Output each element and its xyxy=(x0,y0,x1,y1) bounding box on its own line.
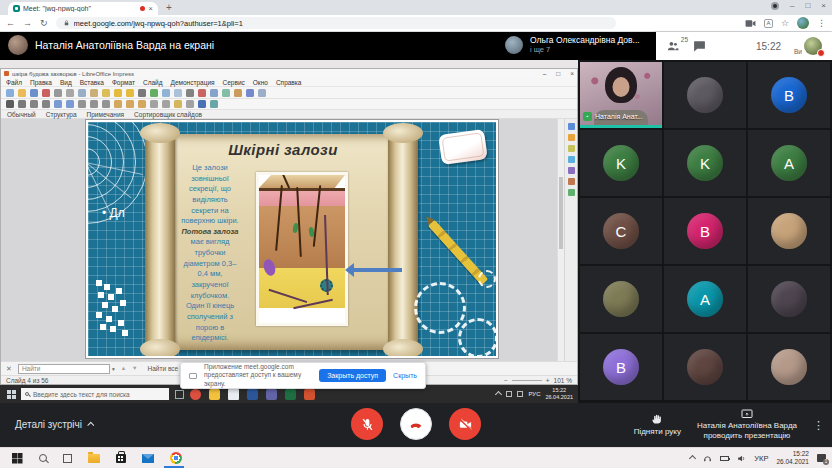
mail-icon[interactable] xyxy=(142,454,154,463)
taskbar-teams-icon[interactable] xyxy=(266,389,277,400)
taskbar-notepad-icon[interactable] xyxy=(228,389,239,400)
participant-tile[interactable]: B xyxy=(664,198,746,264)
taskbar-search-box[interactable] xyxy=(21,388,169,400)
taskbar-chrome-icon[interactable] xyxy=(190,389,201,400)
sidebar-transition-icon[interactable] xyxy=(568,134,575,141)
meeting-details-button[interactable]: Деталі зустрічі xyxy=(15,419,94,430)
window-maximize-button[interactable]: □ xyxy=(805,2,810,10)
taskbar-search-icon[interactable] xyxy=(39,454,47,462)
cut-icon[interactable] xyxy=(66,89,74,97)
volume-icon[interactable] xyxy=(737,454,746,463)
tab-camera-icon[interactable] xyxy=(745,19,756,28)
menu-window[interactable]: Окно xyxy=(253,79,268,86)
mic-mute-button[interactable] xyxy=(351,408,383,440)
raise-hand-button[interactable]: Підняти руку xyxy=(634,413,681,437)
taskbar-powerpoint-icon[interactable] xyxy=(304,389,315,400)
hide-popup-button[interactable]: Скрыть xyxy=(393,372,417,379)
lo-minimize-button[interactable]: – xyxy=(543,69,547,78)
taskbar-clock[interactable]: 15:22 26.04.2021 xyxy=(776,450,809,467)
libreoffice-title-bar[interactable]: шкіра будова захворюв - LibreOffice Impr… xyxy=(1,69,577,78)
view-tab-sorter[interactable]: Сортировщик слайдов xyxy=(134,111,202,118)
view-tab-notes[interactable]: Примечания xyxy=(87,111,125,118)
insert-chart-icon[interactable] xyxy=(234,89,242,97)
participant-tile[interactable]: A xyxy=(664,266,746,332)
new-tab-button[interactable]: + xyxy=(166,3,172,13)
menu-file[interactable]: Файл xyxy=(6,79,22,86)
zoom-slider[interactable] xyxy=(512,380,542,381)
insert-image-icon[interactable] xyxy=(222,89,230,97)
keyboard-language[interactable]: УКР xyxy=(754,454,768,463)
fill-color-icon[interactable] xyxy=(198,100,206,108)
file-explorer-icon[interactable] xyxy=(88,454,100,463)
print-icon[interactable] xyxy=(54,89,62,97)
sidebar-master-icon[interactable] xyxy=(568,156,575,163)
insert-table-icon[interactable] xyxy=(210,89,218,97)
menu-slide[interactable]: Слайд xyxy=(143,79,163,86)
flowchart-icon[interactable] xyxy=(150,100,158,108)
notification-center-icon[interactable]: 1 xyxy=(817,454,826,462)
open-icon[interactable] xyxy=(18,89,26,97)
zoom-out-icon[interactable]: − xyxy=(504,377,508,384)
others-banner[interactable]: Ольга Олександрівна Дов... і ще 7 xyxy=(505,35,640,54)
chat-icon[interactable] xyxy=(693,40,706,52)
participant-tile[interactable] xyxy=(748,198,830,264)
window-close-button[interactable]: × xyxy=(821,2,826,10)
task-view-icon[interactable] xyxy=(63,454,72,463)
menu-slideshow[interactable]: Демонстрация xyxy=(171,79,215,86)
find-replace-icon[interactable] xyxy=(138,89,146,97)
arrow-line-icon[interactable] xyxy=(78,100,86,108)
lines-arrows-icon[interactable] xyxy=(42,100,50,108)
redo-icon[interactable] xyxy=(126,89,134,97)
stop-sharing-button[interactable]: Закрыть доступ xyxy=(319,369,386,382)
participant-tile[interactable] xyxy=(580,266,662,332)
menu-tools[interactable]: Сервис xyxy=(223,79,245,86)
headset-icon[interactable] xyxy=(703,454,712,463)
snap-guides-icon[interactable] xyxy=(174,89,182,97)
tray-icon[interactable] xyxy=(506,391,512,397)
task-view-icon[interactable] xyxy=(175,390,184,399)
menu-help[interactable]: Справка xyxy=(276,79,302,86)
browser-profile-avatar[interactable] xyxy=(797,17,809,29)
lo-close-button[interactable]: × xyxy=(570,69,574,78)
view-tab-normal[interactable]: Обычный xyxy=(7,111,36,118)
battery-icon[interactable] xyxy=(720,456,729,461)
menu-view[interactable]: Вид xyxy=(60,79,72,86)
basic-shapes-icon[interactable] xyxy=(114,100,122,108)
paste-icon[interactable] xyxy=(90,89,98,97)
new-icon[interactable] xyxy=(6,89,14,97)
presenter-video-tile[interactable]: Наталія Анат... xyxy=(580,62,662,128)
sidebar-properties-icon[interactable] xyxy=(568,123,575,130)
sidebar-animation-icon[interactable] xyxy=(568,145,575,152)
self-view[interactable]: Ви xyxy=(794,37,822,55)
presenter-banner[interactable]: Наталія Анатоліївна Варда на екрані xyxy=(8,35,214,55)
find-previous-icon[interactable]: ▲ xyxy=(121,366,126,372)
microsoft-store-icon[interactable] xyxy=(116,454,126,463)
browser-menu-icon[interactable]: ⋮ xyxy=(817,19,826,28)
tray-expand-icon[interactable] xyxy=(495,390,502,397)
find-dropdown-icon[interactable]: ▾ xyxy=(112,366,115,372)
back-icon[interactable]: ← xyxy=(6,19,15,28)
start-button-icon[interactable] xyxy=(12,453,17,458)
slide-layout-icon[interactable] xyxy=(258,89,266,97)
find-close-icon[interactable]: ✕ xyxy=(6,365,12,372)
rectangle-icon[interactable] xyxy=(54,100,62,108)
participant-tile[interactable]: A xyxy=(748,130,830,196)
menu-format[interactable]: Формат xyxy=(112,79,135,86)
block-arrows-icon[interactable] xyxy=(138,100,146,108)
participant-tile[interactable]: B xyxy=(580,334,662,400)
more-options-icon[interactable]: ⋮ xyxy=(813,419,824,432)
participant-tile[interactable]: C xyxy=(580,198,662,264)
participant-tile[interactable] xyxy=(664,334,746,400)
tray-icon[interactable] xyxy=(517,391,523,397)
find-all-button[interactable]: Найти все xyxy=(148,365,179,372)
taskbar-excel-icon[interactable] xyxy=(285,389,296,400)
translate-icon[interactable]: A xyxy=(764,19,773,28)
taskbar-explorer-icon[interactable] xyxy=(209,389,220,400)
window-minimize-button[interactable]: – xyxy=(790,2,794,10)
participant-tile[interactable] xyxy=(664,62,746,128)
tab-close-icon[interactable]: × xyxy=(148,5,153,13)
participant-tile[interactable] xyxy=(748,266,830,332)
3d-objects-icon[interactable] xyxy=(186,100,194,108)
sidebar-navigator-icon[interactable] xyxy=(568,189,575,196)
lo-maximize-button[interactable]: □ xyxy=(556,69,560,78)
